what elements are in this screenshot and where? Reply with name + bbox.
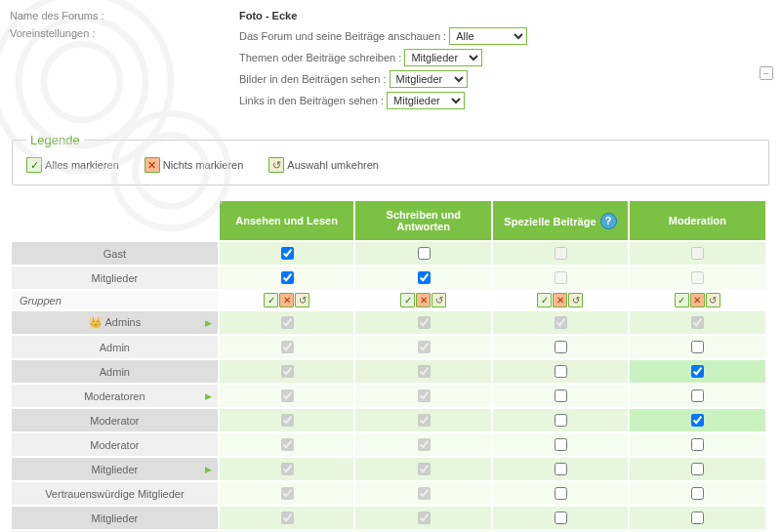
row-name: Moderator	[11, 408, 219, 432]
pref-row-label: Links in den Beiträgen sehen :	[239, 95, 384, 106]
row-name: Admin	[11, 359, 219, 384]
invert-button[interactable]: ↺ Auswahl umkehren	[268, 157, 379, 173]
bulk-actions: ✓✕↺	[675, 293, 720, 307]
invert-label: Auswahl umkehren	[287, 159, 379, 171]
perm-checkbox	[418, 438, 431, 451]
perm-checkbox[interactable]	[691, 438, 704, 451]
permissions-table: Ansehen und LesenSchreiben und Antworten…	[10, 199, 767, 532]
uncheck-all-icon[interactable]: ✕	[416, 293, 431, 307]
perm-checkbox	[281, 389, 294, 402]
perm-checkbox[interactable]	[691, 365, 704, 378]
uncheck-all-icon[interactable]: ✕	[279, 293, 294, 307]
perm-checkbox	[691, 247, 704, 260]
uncheck-all-icon[interactable]: ✕	[553, 293, 567, 307]
perm-checkbox[interactable]	[555, 414, 567, 427]
legend-fieldset: Legende ✓ Alles markieren ✕ Nichts marki…	[12, 133, 769, 185]
col-header-0: Ansehen und Lesen	[219, 200, 355, 241]
check-all-icon[interactable]: ✓	[537, 293, 552, 307]
perm-checkbox	[281, 512, 294, 524]
check-all-icon[interactable]: ✓	[400, 293, 415, 307]
expand-arrow-icon: ▶	[205, 391, 212, 401]
legend-title: Legende	[26, 133, 84, 147]
check-all-icon[interactable]: ✓	[264, 293, 278, 307]
mark-all-button[interactable]: ✓ Alles markieren	[26, 157, 119, 173]
col-header-1: Schreiben und Antworten	[354, 200, 492, 241]
help-icon[interactable]: ?	[600, 213, 617, 229]
bulk-actions: ✓✕↺	[537, 293, 583, 307]
row-name: Mitglieder	[11, 506, 219, 530]
perm-checkbox[interactable]	[555, 341, 567, 353]
pref-select-1[interactable]: Mitglieder	[404, 49, 482, 66]
invert-icon[interactable]: ↺	[568, 293, 583, 307]
perm-checkbox	[418, 389, 431, 402]
row-name[interactable]: Mitglieder▶	[11, 457, 219, 481]
perm-checkbox[interactable]	[281, 247, 294, 260]
perm-checkbox	[418, 512, 431, 524]
uncheck-all-icon[interactable]: ✕	[690, 293, 705, 307]
row-name: Mitglieder	[11, 266, 219, 290]
perm-checkbox	[281, 316, 294, 329]
invert-icon[interactable]: ↺	[432, 293, 446, 307]
bulk-actions: ✓✕↺	[264, 293, 309, 307]
bulk-actions: ✓✕↺	[400, 293, 446, 307]
perm-checkbox[interactable]	[555, 389, 567, 402]
perm-checkbox	[281, 487, 294, 500]
row-name: Admin	[11, 335, 219, 359]
prefs-label: Voreinstellungen :	[10, 27, 239, 113]
row-name: Gast	[11, 241, 219, 266]
mark-all-label: Alles markieren	[45, 159, 119, 171]
pref-select-2[interactable]: Mitglieder	[390, 70, 468, 88]
row-name[interactable]: 👑Admins▶	[11, 310, 219, 335]
unmark-all-label: Nichts markieren	[163, 159, 244, 171]
invert-icon[interactable]: ↺	[295, 293, 309, 307]
invert-icon: ↺	[268, 157, 284, 173]
pref-select-3[interactable]: Mitglieder	[387, 92, 465, 109]
perm-checkbox	[281, 438, 294, 451]
perm-checkbox[interactable]	[691, 512, 704, 524]
col-header-2: Spezielle Beiträge?	[492, 200, 629, 241]
col-header-3: Moderation	[629, 200, 766, 241]
perm-checkbox	[281, 414, 294, 427]
perm-checkbox[interactable]	[418, 247, 431, 260]
collapse-toggle[interactable]: −	[760, 66, 773, 80]
row-name[interactable]: Moderatoren▶	[11, 384, 219, 408]
perm-checkbox[interactable]	[691, 341, 704, 353]
forum-name-value: Foto - Ecke	[239, 10, 297, 21]
check-all-icon[interactable]: ✓	[675, 293, 689, 307]
invert-icon[interactable]: ↺	[706, 293, 720, 307]
perm-checkbox[interactable]	[555, 463, 567, 475]
perm-checkbox[interactable]	[691, 487, 704, 500]
perm-checkbox	[418, 316, 431, 329]
unmark-all-button[interactable]: ✕ Nichts markieren	[144, 157, 244, 173]
pref-select-0[interactable]: Alle	[449, 27, 527, 45]
perm-checkbox	[281, 365, 294, 378]
row-name: Moderator	[11, 432, 219, 457]
perm-checkbox[interactable]	[691, 414, 704, 427]
perm-checkbox	[281, 463, 294, 475]
perm-checkbox[interactable]	[281, 271, 294, 284]
row-name: Gruppen	[11, 290, 219, 310]
perm-checkbox[interactable]	[555, 438, 567, 451]
perm-checkbox[interactable]	[418, 271, 431, 284]
perm-checkbox	[418, 341, 431, 353]
expand-arrow-icon: ▶	[205, 318, 212, 328]
pref-row-label: Das Forum und seine Beiträge anschauen :	[239, 30, 446, 42]
pref-row-label: Bilder in den Beiträgen sehen :	[239, 73, 386, 85]
perm-checkbox[interactable]	[555, 365, 567, 378]
perm-checkbox[interactable]	[691, 389, 704, 402]
perm-checkbox	[281, 341, 294, 353]
settings-block: Name des Forums : Foto - Ecke Voreinstel…	[0, 0, 781, 123]
row-name: Vertrauenswürdige Mitglieder	[11, 481, 219, 506]
perm-checkbox	[555, 247, 567, 260]
uncheck-all-icon: ✕	[144, 157, 160, 173]
perm-checkbox	[418, 365, 431, 378]
perm-checkbox	[418, 463, 431, 475]
pref-row-label: Themen oder Beiträge schreiben :	[239, 52, 401, 63]
perm-checkbox[interactable]	[555, 487, 567, 500]
crown-icon: 👑	[89, 316, 103, 328]
perm-checkbox[interactable]	[691, 463, 704, 475]
perm-checkbox[interactable]	[555, 512, 567, 524]
forum-name-label: Name des Forums :	[10, 10, 239, 21]
perm-checkbox	[555, 271, 567, 284]
perm-checkbox	[691, 271, 704, 284]
